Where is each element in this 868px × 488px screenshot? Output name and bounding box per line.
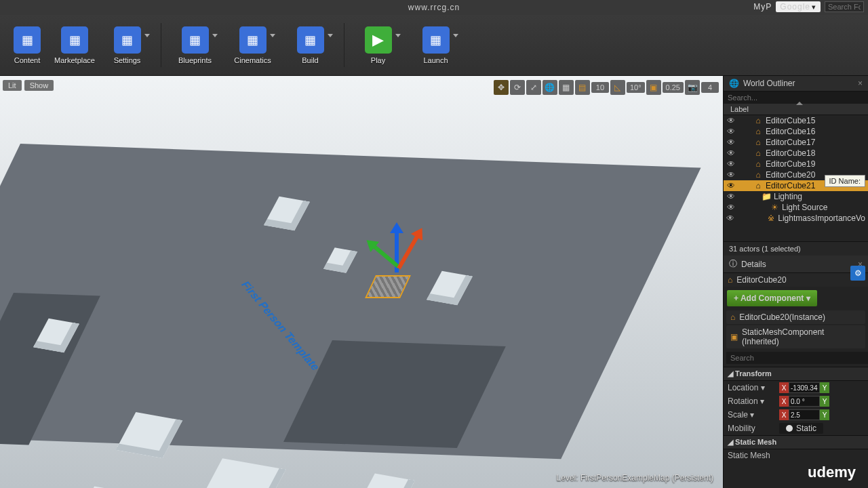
toolbar-content-button[interactable]: ▦Content	[7, 19, 47, 71]
globe-icon: 🌐	[729, 79, 739, 88]
component-icon: ⌂	[730, 312, 735, 322]
component-icon: ▣	[730, 332, 738, 342]
toolbar-build-button[interactable]: ▦Build	[285, 19, 336, 71]
scale-snap-value[interactable]: 0.25	[663, 82, 684, 93]
actor-type-icon: ⌂	[753, 170, 763, 180]
toolbar-blueprints-button[interactable]: ▦Blueprints	[170, 19, 220, 71]
user-label: MyP	[753, 2, 772, 12]
actor-type-icon: ⌂	[753, 116, 763, 125]
visibility-icon[interactable]: 👁	[726, 138, 736, 147]
outliner-row[interactable]: 👁※LightmassImportanceVo	[724, 213, 868, 224]
viewport[interactable]: Lit Show ✥ ⟳ ⤢ 🌐 ▦ ▤ 10 ◺ 10° ▣ 0.25 📷 4	[0, 76, 723, 488]
toolbar-launch-button[interactable]: ▦Launch	[410, 19, 461, 71]
outliner-row[interactable]: 👁⌂EditorCube18	[724, 148, 868, 159]
viewport-mode-chip[interactable]: Lit	[3, 80, 22, 91]
scale-x-input[interactable]	[789, 409, 820, 420]
main-toolbar: ▦Content▦Marketplace▦Settings▦Blueprints…	[0, 15, 868, 76]
world-outliner-tab[interactable]: 🌐 World Outliner ×	[724, 76, 868, 92]
toolbar-marketplace-button[interactable]: ▦Marketplace	[54, 19, 95, 71]
outliner-row[interactable]: 👁⌂EditorCube16	[724, 126, 868, 137]
transform-scale-icon[interactable]: ⤢	[526, 80, 541, 95]
info-icon: ⓘ	[729, 258, 737, 270]
chevron-down-icon	[395, 34, 401, 37]
toolbar-label: Blueprints	[178, 56, 212, 64]
visibility-icon[interactable]: 👁	[726, 116, 736, 125]
component-row[interactable]: ⌂EditorCube20(Instance)	[726, 310, 865, 324]
visibility-icon[interactable]: 👁	[726, 181, 736, 190]
scale-snap-icon[interactable]: ▣	[646, 80, 661, 95]
viewport-right-controls: ✥ ⟳ ⤢ 🌐 ▦ ▤ 10 ◺ 10° ▣ 0.25 📷 4	[494, 80, 719, 95]
visibility-icon[interactable]: 👁	[726, 192, 736, 201]
outliner-title: World Outliner	[743, 79, 795, 88]
component-row[interactable]: ▣StaticMeshComponent (Inherited)	[726, 325, 865, 348]
level-status: Level: FirstPersonExampleMap (Persistent…	[557, 473, 713, 483]
visibility-icon[interactable]: 👁	[726, 159, 736, 169]
outliner-header-label[interactable]: Label	[724, 104, 868, 115]
details-tab[interactable]: ⓘ Details ×	[724, 256, 868, 273]
actor-name-label: EditorCube16	[766, 127, 815, 136]
right-panel: 🌐 World Outliner × Label 👁⌂EditorCube15👁…	[723, 76, 868, 488]
gear-icon: ⚙	[854, 268, 862, 278]
outliner-row[interactable]: 👁☀Light Source	[724, 202, 868, 213]
outliner-row[interactable]: 👁📁Lighting	[724, 191, 868, 202]
transform-move-icon[interactable]: ✥	[494, 80, 509, 95]
actor-name-label: Light Source	[782, 203, 827, 212]
angle-snap-value[interactable]: 10°	[627, 82, 645, 93]
actor-name-label: LightmassImportanceVo	[778, 214, 865, 223]
visibility-icon[interactable]: 👁	[726, 127, 736, 136]
chevron-down-icon	[212, 34, 218, 37]
chevron-down-icon	[453, 34, 458, 37]
toolbar-label: Settings	[114, 56, 141, 64]
visibility-icon[interactable]: 👁	[726, 203, 736, 212]
grid-snap-value[interactable]: 10	[591, 82, 609, 93]
static-mesh-row[interactable]: Static Mesh	[724, 449, 868, 462]
chevron-down-icon	[270, 34, 275, 37]
toolbar-label: Content	[14, 56, 41, 64]
outliner-row[interactable]: 👁⌂EditorCube17	[724, 137, 868, 148]
angle-snap-icon[interactable]: ◺	[610, 80, 625, 95]
toolbar-icon: ▦	[422, 26, 450, 54]
google-dropdown[interactable]: Google▾	[776, 1, 821, 12]
transform-gizmo[interactable]	[370, 232, 424, 306]
camera-speed-icon[interactable]: 📷	[685, 80, 700, 95]
visibility-icon[interactable]: 👁	[726, 214, 735, 223]
browser-address-bar: www.rrcg.cn MyP Google▾	[0, 0, 868, 15]
coord-toggle-icon[interactable]: 🌐	[542, 80, 557, 95]
camera-speed-value[interactable]: 4	[701, 82, 719, 93]
rotation-x-input[interactable]	[789, 396, 820, 407]
toolbar-icon: ▦	[182, 26, 209, 54]
grid-snap-icon[interactable]: ▤	[575, 80, 590, 95]
browser-search-input[interactable]	[825, 1, 864, 12]
details-title: Details	[741, 260, 766, 269]
toolbar-label: Build	[302, 56, 318, 64]
actor-name-label: EditorCube19	[766, 159, 815, 169]
toolbar-label: Launch	[423, 56, 448, 64]
visibility-icon[interactable]: 👁	[726, 170, 736, 180]
details-search-input[interactable]	[726, 352, 868, 364]
toolbar-play-button[interactable]: ▶Play	[353, 19, 403, 71]
toolbar-label: Play	[371, 56, 385, 64]
mobility-static-option[interactable]: Static	[779, 423, 823, 434]
details-actor-name[interactable]: ⌂ EditorCube20	[724, 273, 868, 287]
brand-watermark: udemy	[808, 464, 856, 481]
section-transform[interactable]: ◢ Transform	[724, 367, 868, 381]
add-component-button[interactable]: + Add Component▾	[727, 290, 817, 306]
blueprint-edit-button[interactable]: ⚙	[850, 266, 865, 281]
rotation-row: Rotation ▾XY	[724, 394, 868, 408]
outliner-row[interactable]: 👁⌂EditorCube15	[724, 115, 868, 126]
mobility-row: MobilityStatic	[724, 422, 868, 435]
visibility-icon[interactable]: 👁	[726, 148, 736, 158]
toolbar-settings-button[interactable]: ▦Settings	[102, 19, 153, 71]
location-x-input[interactable]	[789, 382, 820, 393]
chevron-down-icon: ▾	[806, 293, 810, 303]
viewport-show-chip[interactable]: Show	[24, 80, 54, 91]
section-static-mesh[interactable]: ◢ Static Mesh	[724, 435, 868, 449]
toolbar-cinematics-button[interactable]: ▦Cinematics	[227, 19, 278, 71]
actor-type-icon: 📁	[762, 192, 771, 201]
close-icon[interactable]: ×	[858, 79, 863, 88]
actor-type-icon: ⌂	[753, 181, 763, 190]
toolbar-label: Marketplace	[54, 56, 95, 64]
surface-snap-icon[interactable]: ▦	[559, 80, 574, 95]
transform-rotate-icon[interactable]: ⟳	[510, 80, 525, 95]
outliner-row[interactable]: 👁⌂EditorCube19	[724, 159, 868, 169]
